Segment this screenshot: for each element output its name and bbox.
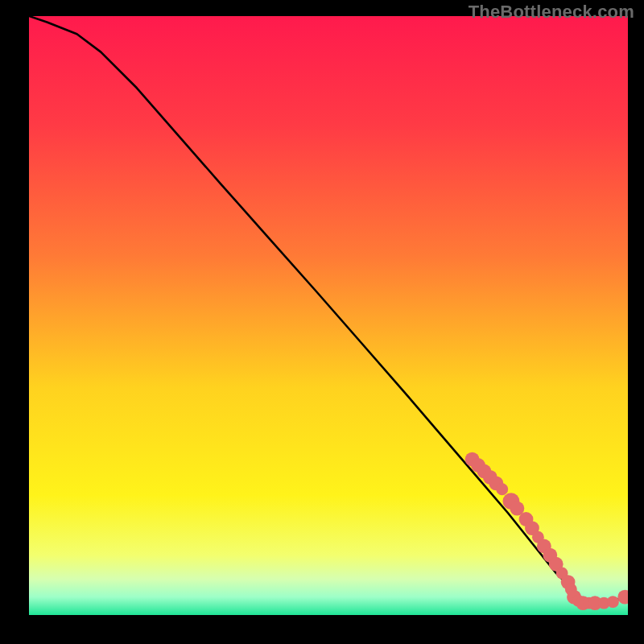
plot-area (29, 16, 628, 615)
data-point (617, 590, 628, 605)
data-point (607, 596, 619, 608)
data-points (465, 452, 628, 610)
data-point (496, 483, 508, 495)
chart-stage: TheBottleneck.com (0, 0, 644, 644)
bottleneck-curve (29, 16, 628, 603)
attribution-text: TheBottleneck.com (469, 2, 634, 23)
curve-layer (29, 16, 628, 615)
